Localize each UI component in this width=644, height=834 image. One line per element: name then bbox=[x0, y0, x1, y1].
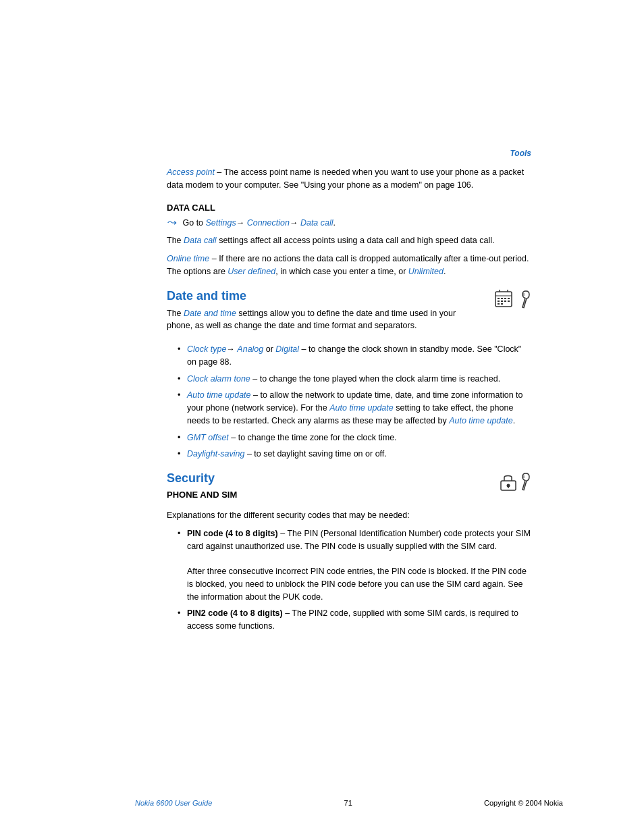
clock-alarm-tone-term: Clock alarm tone bbox=[187, 374, 250, 384]
daylight-saving-term: Daylight-saving bbox=[187, 449, 244, 459]
data-call-heading: DATA CALL bbox=[167, 203, 531, 213]
footer-left: Nokia 6600 User Guide bbox=[135, 799, 212, 807]
date-time-icons bbox=[495, 289, 531, 309]
access-point-desc: – The access point name is needed when y… bbox=[167, 167, 524, 190]
access-point-term: Access point bbox=[167, 167, 215, 177]
auto-time-update-period: . bbox=[513, 416, 515, 425]
footer-center: 71 bbox=[344, 799, 352, 807]
auto-time-update-term: Auto time update bbox=[187, 390, 251, 400]
clock-type-analog: Analog bbox=[237, 344, 263, 354]
bullet-clock-type: Clock type→ Analog or Digital – to chang… bbox=[178, 343, 531, 369]
goto-prefix: Go to bbox=[182, 218, 205, 228]
date-time-heading: Date and time bbox=[167, 289, 246, 303]
date-time-desc-prefix: The bbox=[167, 309, 184, 318]
page: Tools Access point – The access point na… bbox=[0, 0, 644, 834]
goto-suffix: . bbox=[333, 218, 336, 228]
access-point-text: Access point – The access point name is … bbox=[167, 166, 531, 192]
clock-type-digital: Digital bbox=[275, 344, 299, 354]
bullet-gmt-offset: GMT offset – to change the time zone for… bbox=[178, 432, 531, 444]
clock-type-arrow: → bbox=[226, 344, 235, 354]
svg-rect-17 bbox=[508, 486, 509, 488]
svg-rect-7 bbox=[508, 298, 510, 299]
date-time-section: Date and time The Date and time settings… bbox=[167, 289, 531, 461]
svg-rect-4 bbox=[498, 298, 500, 299]
clock-type-term: Clock type bbox=[187, 344, 226, 354]
svg-rect-9 bbox=[501, 301, 503, 302]
svg-rect-11 bbox=[508, 301, 510, 302]
security-section: Security PHONE AND SIM bbox=[167, 471, 531, 633]
svg-rect-13 bbox=[501, 303, 503, 305]
security-list: PIN code (4 to 8 digits) – The PIN (Pers… bbox=[167, 527, 531, 633]
auto-time-update-term2: Auto time update bbox=[329, 403, 394, 413]
online-time-text: Online time – If there are no actions th… bbox=[167, 253, 531, 278]
bullet-clock-alarm-tone: Clock alarm tone – to change the tone pl… bbox=[178, 373, 531, 386]
svg-rect-5 bbox=[501, 298, 503, 299]
security-header-row: Security PHONE AND SIM bbox=[167, 471, 531, 504]
svg-rect-12 bbox=[498, 303, 500, 305]
daylight-saving-desc: – to set daylight saving time on or off. bbox=[244, 449, 386, 459]
data-call-section: DATA CALL Go to Settings→ Connection→ Da… bbox=[167, 203, 531, 278]
content-area: Tools Access point – The access point na… bbox=[32, 0, 612, 684]
svg-rect-6 bbox=[504, 298, 506, 299]
online-time-term: Online time bbox=[167, 254, 209, 263]
user-defined-term: User defined bbox=[227, 267, 275, 276]
security-icons bbox=[499, 471, 531, 492]
clock-icon bbox=[495, 289, 518, 309]
phone-icon bbox=[167, 219, 178, 227]
date-time-desc-term: Date and time bbox=[184, 309, 236, 318]
pin-code-continuation: After three consecutive incorrect PIN co… bbox=[187, 567, 527, 602]
footer-right: Copyright © 2004 Nokia bbox=[484, 799, 563, 807]
bullet-pin-code: PIN code (4 to 8 digits) – The PIN (Pers… bbox=[178, 527, 531, 604]
online-time-period: . bbox=[444, 267, 446, 276]
clock-type-or: or bbox=[263, 344, 275, 354]
phone-sim-heading: PHONE AND SIM bbox=[167, 490, 485, 500]
wrench-icon-security bbox=[520, 472, 531, 491]
bullet-daylight-saving: Daylight-saving – to set daylight saving… bbox=[178, 448, 531, 461]
security-title: Security bbox=[167, 471, 485, 486]
goto-connection: Connection bbox=[247, 218, 290, 228]
online-time-comma: , in which case you enter a time, or bbox=[275, 267, 408, 276]
pin2-code-bold: PIN2 code (4 to 8 digits) bbox=[187, 608, 283, 618]
footer: Nokia 6600 User Guide 71 Copyright © 200… bbox=[0, 799, 644, 807]
date-time-header-row: Date and time The Date and time settings… bbox=[167, 289, 531, 338]
wrench-icon bbox=[520, 290, 531, 309]
svg-rect-8 bbox=[498, 301, 500, 302]
date-time-title: Date and time bbox=[167, 289, 481, 303]
gmt-offset-term: GMT offset bbox=[187, 433, 229, 442]
svg-rect-10 bbox=[504, 301, 506, 302]
bullet-auto-time-update: Auto time update – to allow the network … bbox=[178, 389, 531, 427]
goto-arrow1: → bbox=[236, 218, 245, 228]
goto-settings: Settings bbox=[206, 218, 236, 228]
security-heading: Security bbox=[167, 471, 215, 486]
auto-time-update-term3: Auto time update bbox=[449, 416, 513, 425]
lock-icon bbox=[499, 471, 518, 492]
goto-arrow2: → bbox=[290, 218, 298, 228]
unlimited-term: Unlimited bbox=[408, 267, 444, 276]
data-call-desc-prefix: The bbox=[167, 236, 184, 245]
access-point-section: Access point – The access point name is … bbox=[167, 166, 531, 192]
goto-datacall: Data call bbox=[300, 218, 333, 228]
data-call-desc-suffix: settings affect all access points using … bbox=[217, 236, 495, 245]
data-call-goto: Go to Settings→ Connection→ Data call. bbox=[167, 217, 531, 230]
date-time-header-text: Date and time The Date and time settings… bbox=[167, 289, 481, 338]
pin-code-bold: PIN code (4 to 8 digits) bbox=[187, 529, 278, 538]
date-time-desc: The Date and time settings allow you to … bbox=[167, 307, 481, 333]
security-explanation: Explanations for the different security … bbox=[167, 509, 531, 522]
bullet-pin2-code: PIN2 code (4 to 8 digits) – The PIN2 cod… bbox=[178, 607, 531, 633]
gmt-offset-desc: – to change the time zone for the clock … bbox=[229, 433, 397, 442]
security-header-text: Security PHONE AND SIM bbox=[167, 471, 485, 504]
data-call-desc: The Data call settings affect all access… bbox=[167, 234, 531, 247]
data-call-term: Data call bbox=[184, 236, 217, 245]
tools-label: Tools bbox=[167, 149, 531, 158]
date-time-list: Clock type→ Analog or Digital – to chang… bbox=[167, 343, 531, 461]
clock-alarm-tone-desc: – to change the tone played when the clo… bbox=[250, 374, 500, 384]
